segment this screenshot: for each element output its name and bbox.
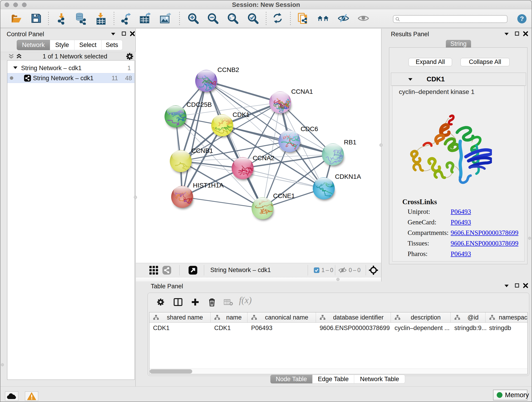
svg-text:RB1: RB1 [344,139,356,146]
svg-text:CDC6: CDC6 [301,125,318,133]
svg-text:CCNB2: CCNB2 [217,66,239,73]
svg-text:HIST1H1A: HIST1H1A [193,182,224,189]
svg-text:CDKN1A: CDKN1A [335,173,361,180]
svg-text:CDC25B: CDC25B [186,101,212,108]
svg-text:CCNA2: CCNA2 [253,154,274,162]
svg-text:?: ? [520,15,524,22]
svg-text:CDK1: CDK1 [233,111,250,118]
svg-text:CCNB1: CCNB1 [191,147,213,154]
svg-text:CCNE1: CCNE1 [273,192,295,199]
svg-text:CCNA1: CCNA1 [291,88,313,95]
